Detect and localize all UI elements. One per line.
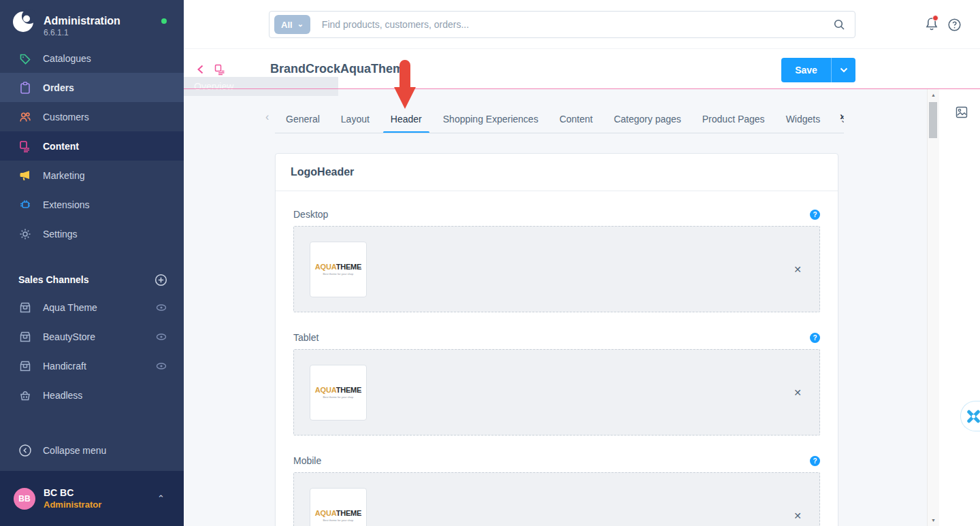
sidebar-item-label: Extensions bbox=[43, 199, 89, 210]
sidebar-item-extensions[interactable]: Extensions bbox=[0, 190, 184, 219]
back-button[interactable] bbox=[195, 63, 207, 78]
collapse-chevron-icon bbox=[18, 444, 32, 457]
chevron-left-icon bbox=[195, 63, 207, 76]
topbar: All ⌄ bbox=[184, 0, 980, 49]
right-rail bbox=[939, 89, 980, 526]
pages-icon bbox=[214, 63, 226, 76]
help-badge-icon[interactable]: ? bbox=[810, 333, 820, 343]
eye-icon[interactable] bbox=[155, 331, 167, 343]
remove-image-button[interactable]: ✕ bbox=[794, 264, 802, 275]
save-split-button: Save bbox=[781, 58, 855, 82]
tab-label: Content bbox=[559, 114, 593, 125]
upload-dropzone[interactable]: AQUATHEME Best theme for your shop ✕ bbox=[293, 349, 820, 435]
annotation-arrow-down bbox=[390, 60, 420, 113]
sidebar-item-orders[interactable]: Orders bbox=[0, 73, 184, 102]
status-dot bbox=[161, 18, 167, 24]
user-name: BC BC bbox=[44, 487, 157, 498]
admin-app: Administration 6.6.1.1 Catalogues Orders… bbox=[0, 0, 980, 526]
tab-label: Category pages bbox=[614, 114, 681, 125]
collapse-menu-button[interactable]: Collapse menu bbox=[0, 436, 184, 465]
search-scope-dropdown[interactable]: All ⌄ bbox=[274, 15, 310, 34]
vertical-scrollbar[interactable]: ▲ ▼ bbox=[927, 89, 939, 526]
sidebar-item-label: Content bbox=[43, 141, 79, 152]
app-title: Administration bbox=[44, 15, 120, 27]
user-role: Administrator bbox=[44, 499, 157, 510]
logo-text: AQUATHEME bbox=[315, 263, 361, 271]
scrollbar-up-arrow[interactable]: ▲ bbox=[928, 93, 939, 97]
tab-label: Header bbox=[391, 114, 422, 125]
eye-icon[interactable] bbox=[155, 360, 167, 372]
sidebar-item-customers[interactable]: Customers bbox=[0, 102, 184, 131]
save-button[interactable]: Save bbox=[781, 58, 831, 82]
tabs-scroll-right-button[interactable]: › bbox=[840, 110, 843, 122]
tab-shopping-experiences[interactable]: Shopping Experiences bbox=[443, 105, 538, 133]
section-label: Mobile bbox=[293, 455, 321, 466]
sales-channels-title: Sales Channels bbox=[18, 274, 154, 285]
sidebar-item-content[interactable]: Content bbox=[0, 131, 184, 161]
tab-product-pages[interactable]: Product Pages bbox=[702, 105, 765, 133]
logo-word-aqua: AQUA bbox=[315, 263, 336, 271]
sidebar-item-label: Settings bbox=[43, 229, 78, 240]
help-button[interactable] bbox=[947, 18, 962, 35]
chevron-down-icon bbox=[840, 67, 848, 73]
sidebar-item-label: Catalogues bbox=[43, 53, 91, 64]
save-dropdown-button[interactable] bbox=[831, 58, 855, 82]
scrollbar-thumb[interactable] bbox=[929, 102, 937, 138]
tab-category-pages[interactable]: Category pages bbox=[614, 105, 681, 133]
upload-dropzone[interactable]: AQUATHEME Best theme for your shop ✕ bbox=[293, 472, 820, 526]
section-head: Tablet ? bbox=[293, 332, 820, 343]
help-badge-icon[interactable]: ? bbox=[810, 210, 820, 220]
tab-content[interactable]: Content bbox=[559, 105, 593, 133]
card-title: LogoHeader bbox=[276, 154, 838, 191]
scrollbar-down-arrow[interactable]: ▼ bbox=[928, 518, 939, 523]
user-menu[interactable]: BB BC BC Administrator ⌃ bbox=[0, 471, 184, 526]
search-input[interactable] bbox=[322, 19, 833, 30]
global-search: All ⌄ bbox=[269, 11, 855, 38]
logo-word-theme: THEME bbox=[336, 263, 362, 271]
sidebar-item-label: Orders bbox=[43, 82, 74, 93]
tabs-scroll-left-button[interactable]: ‹ bbox=[265, 111, 269, 123]
extensions-icon bbox=[18, 198, 32, 212]
sidebar-channel-aqua-theme[interactable]: Aqua Theme bbox=[0, 293, 184, 322]
eye-icon[interactable] bbox=[155, 301, 167, 314]
channel-label: Handicraft bbox=[43, 361, 144, 372]
gear-icon bbox=[18, 227, 32, 241]
upload-dropzone[interactable]: AQUATHEME Best theme for your shop ✕ bbox=[293, 226, 820, 312]
shopware-logo-icon bbox=[12, 9, 36, 36]
sidebar-channel-beautystore[interactable]: BeautyStore bbox=[0, 322, 184, 351]
sidebar-item-settings[interactable]: Settings bbox=[0, 219, 184, 248]
logo-text: AQUATHEME bbox=[315, 509, 361, 517]
basket-icon bbox=[18, 389, 32, 402]
logo-thumbnail[interactable]: AQUATHEME Best theme for your shop bbox=[310, 242, 367, 297]
theme-pages-button[interactable] bbox=[214, 63, 226, 78]
help-badge-icon[interactable]: ? bbox=[810, 456, 820, 466]
remove-image-button[interactable]: ✕ bbox=[794, 387, 802, 398]
main-area: All ⌄ BrandCrockAq bbox=[184, 0, 980, 526]
logo-header-card: LogoHeader Desktop ? AQUATHEME Best them… bbox=[275, 153, 838, 526]
sidebar-channel-handicraft[interactable]: Handicraft bbox=[0, 351, 184, 380]
logo-thumbnail[interactable]: AQUATHEME Best theme for your shop bbox=[310, 365, 367, 421]
sidebar-channel-headless[interactable]: Headless bbox=[0, 380, 184, 410]
tab-general[interactable]: General bbox=[286, 105, 320, 133]
section-desktop: Desktop ? AQUATHEME Best theme for your … bbox=[293, 209, 820, 312]
section-label: Desktop bbox=[293, 209, 328, 220]
logo-tagline: Best theme for your shop bbox=[323, 272, 354, 276]
tab-widgets[interactable]: Widgets bbox=[786, 105, 821, 133]
media-sidebar-button[interactable] bbox=[956, 106, 968, 121]
remove-image-button[interactable]: ✕ bbox=[794, 510, 802, 521]
sidebar-item-label: Customers bbox=[43, 112, 89, 122]
sidebar-item-catalogues[interactable]: Catalogues bbox=[0, 44, 184, 73]
channel-label: Headless bbox=[43, 390, 167, 401]
tab-label: Layout bbox=[341, 114, 370, 125]
notifications-button[interactable] bbox=[924, 16, 939, 34]
storefront-icon bbox=[18, 330, 32, 344]
sidebar-item-marketing[interactable]: Marketing bbox=[0, 161, 184, 190]
logo-word-aqua: AQUA bbox=[315, 386, 336, 394]
channel-label: BeautyStore bbox=[43, 331, 144, 342]
add-sales-channel-icon[interactable] bbox=[154, 274, 167, 286]
search-icon[interactable] bbox=[833, 18, 845, 31]
tab-layout[interactable]: Layout bbox=[341, 105, 370, 133]
chevron-down-icon: ⌄ bbox=[297, 20, 304, 28]
channel-label: Aqua Theme bbox=[43, 302, 144, 313]
logo-thumbnail[interactable]: AQUATHEME Best theme for your shop bbox=[310, 488, 367, 526]
